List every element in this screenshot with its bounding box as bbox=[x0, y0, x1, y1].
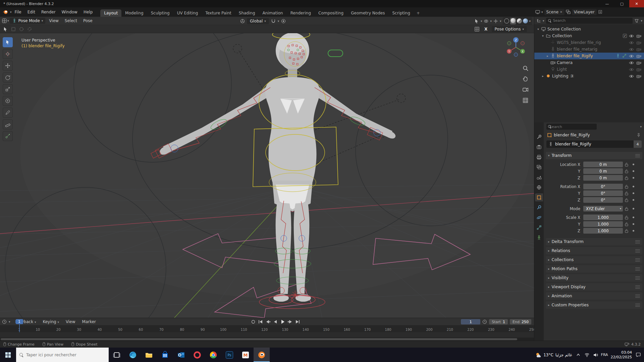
mirror-x-button[interactable]: X bbox=[483, 26, 489, 32]
pin-icon[interactable] bbox=[636, 133, 641, 137]
camera-visibility-icon[interactable] bbox=[636, 47, 642, 52]
properties-search-input[interactable] bbox=[549, 125, 598, 129]
panel-section-visibility[interactable]: ▸Visibility bbox=[546, 274, 642, 282]
animate-dot[interactable] bbox=[633, 177, 634, 179]
eye-icon[interactable] bbox=[629, 40, 635, 45]
workspace-tab-sculpting[interactable]: Sculpting bbox=[147, 9, 173, 17]
outliner-row[interactable]: ▾Scene Collection bbox=[534, 26, 644, 33]
rendered-shading-icon[interactable] bbox=[523, 18, 528, 23]
mode-selector[interactable]: Pose Mode ▾ bbox=[10, 18, 46, 24]
taskbar-app-chrome[interactable] bbox=[205, 348, 221, 362]
measure-tool-button[interactable] bbox=[3, 119, 13, 129]
outliner-search-input[interactable] bbox=[553, 18, 631, 23]
lock-open-icon[interactable] bbox=[625, 185, 630, 189]
lock-open-icon[interactable] bbox=[625, 216, 630, 220]
properties-search[interactable] bbox=[546, 124, 597, 130]
taskbar-app-m-paint[interactable]: M bbox=[237, 348, 254, 362]
animate-dot[interactable] bbox=[633, 199, 634, 201]
animate-dot[interactable] bbox=[633, 208, 634, 209]
snap-chevron-icon[interactable]: ▾ bbox=[278, 19, 279, 23]
workspace-tab-rendering[interactable]: Rendering bbox=[287, 9, 315, 17]
overlays-chevron-icon[interactable]: ▾ bbox=[490, 19, 492, 23]
lock-open-icon[interactable] bbox=[625, 191, 630, 195]
viewlayer-selector[interactable]: ViewLayer bbox=[572, 9, 597, 15]
scene-selector-chevron-icon[interactable]: ▾ bbox=[541, 10, 543, 14]
object-name-field[interactable]: blender file_Rigify 4 bbox=[546, 140, 642, 148]
animate-dot[interactable] bbox=[633, 170, 634, 172]
jump-to-end-icon[interactable] bbox=[294, 319, 301, 324]
lock-open-icon[interactable] bbox=[625, 163, 630, 167]
notification-center-icon[interactable] bbox=[636, 352, 641, 357]
disclosure-right-icon[interactable]: ▸ bbox=[546, 54, 549, 58]
play-reverse-icon[interactable] bbox=[272, 319, 278, 324]
zoom-icon[interactable] bbox=[521, 64, 529, 72]
outliner-row[interactable]: ▸Lighting3 bbox=[534, 73, 644, 79]
viewport-menu-select[interactable]: Select bbox=[62, 17, 80, 24]
lock-open-icon[interactable] bbox=[625, 222, 630, 226]
workspace-tab-scripting[interactable]: Scripting bbox=[388, 9, 414, 17]
pose-options-button[interactable]: Pose Options▾ bbox=[492, 26, 527, 32]
selectability-icon[interactable] bbox=[474, 19, 479, 23]
toggle-ortho-icon[interactable] bbox=[521, 96, 529, 104]
start-frame-field[interactable]: Start1 bbox=[489, 319, 508, 324]
workspace-tab-geometry-nodes[interactable]: Geometry Nodes bbox=[347, 9, 388, 17]
jump-to-start-icon[interactable] bbox=[257, 319, 264, 324]
wireframe-shading-icon[interactable] bbox=[504, 18, 509, 23]
playhead[interactable]: 1 bbox=[16, 319, 23, 324]
orientation-selector[interactable]: Global▾ bbox=[247, 18, 269, 24]
outliner-row[interactable]: WGTS_blender file_rig bbox=[534, 39, 644, 46]
navigation-gizmo[interactable]: Z Y X bbox=[505, 37, 527, 59]
move-tool-button[interactable] bbox=[3, 61, 13, 71]
timeline-editor-chevron-icon[interactable]: ▾ bbox=[9, 320, 10, 323]
users-count-badge[interactable]: 4 bbox=[634, 140, 642, 148]
filter-icon[interactable] bbox=[634, 18, 639, 23]
disclosure-down-icon[interactable]: ▾ bbox=[541, 34, 545, 38]
properties-tab-object-data[interactable] bbox=[535, 234, 543, 242]
add-workspace-button[interactable]: + bbox=[414, 9, 423, 17]
panel-section-animation[interactable]: ▸Animation bbox=[546, 292, 642, 300]
minimize-button[interactable]: — bbox=[600, 0, 614, 7]
workspace-tab-uv-editing[interactable]: UV Editing bbox=[173, 9, 202, 17]
transform-value-field[interactable]: 0° bbox=[583, 184, 623, 189]
camera-visibility-icon[interactable] bbox=[636, 34, 642, 38]
end-frame-field[interactable]: End250 bbox=[510, 319, 531, 324]
timeline-ruler[interactable]: 1102030405060708090100110120130140150160… bbox=[0, 325, 534, 332]
timeline-menu-marker[interactable]: Marker bbox=[79, 318, 99, 325]
properties-tab-constraints[interactable] bbox=[535, 224, 543, 232]
properties-tab-scene[interactable] bbox=[535, 173, 543, 181]
current-frame-field[interactable]: 1 bbox=[461, 319, 480, 324]
pan-hand-icon[interactable] bbox=[521, 75, 529, 83]
eye-icon[interactable] bbox=[629, 74, 635, 78]
scene-selector[interactable]: Scene✕ bbox=[544, 9, 565, 15]
transform-value-field[interactable]: 1.000 bbox=[583, 221, 623, 227]
panel-section-collections[interactable]: ▸Collections bbox=[546, 256, 642, 263]
disclosure-right-icon[interactable]: ▸ bbox=[541, 74, 545, 78]
workspace-tab-modeling[interactable]: Modeling bbox=[121, 9, 147, 17]
transform-value-field[interactable]: 0° bbox=[583, 197, 623, 203]
new-viewlayer-icon[interactable] bbox=[598, 10, 603, 14]
shading-chevron-icon[interactable]: ▾ bbox=[529, 19, 531, 23]
eye-icon[interactable] bbox=[629, 54, 635, 58]
animate-dot[interactable] bbox=[633, 217, 634, 218]
camera-visibility-icon[interactable] bbox=[636, 40, 642, 45]
workspace-tab-animation[interactable]: Animation bbox=[259, 9, 287, 17]
outliner-row[interactable]: Camera bbox=[534, 59, 644, 66]
blender-logo-icon[interactable] bbox=[2, 10, 9, 14]
animate-dot[interactable] bbox=[633, 186, 634, 187]
eye-icon[interactable] bbox=[629, 60, 635, 65]
taskbar-app-opera[interactable] bbox=[189, 348, 205, 362]
transform-value-field[interactable]: 0° bbox=[583, 190, 623, 196]
workspace-tab-layout[interactable]: Layout bbox=[100, 9, 121, 17]
gizmos-chevron-icon[interactable]: ▾ bbox=[500, 19, 501, 23]
weather-widget[interactable]: 13°C غائم جزئيا bbox=[535, 352, 572, 358]
overlays-icon[interactable] bbox=[484, 19, 488, 23]
app-menu-help[interactable]: Help bbox=[80, 9, 96, 15]
clock[interactable]: 03:04 22/02/2025 bbox=[611, 350, 632, 360]
outliner-search[interactable] bbox=[546, 18, 633, 24]
transform-tool-button[interactable] bbox=[3, 96, 13, 106]
camera-visibility-icon[interactable] bbox=[636, 54, 642, 58]
lock-open-icon[interactable] bbox=[625, 207, 630, 211]
editor-type-chevron-icon[interactable]: ▾ bbox=[7, 19, 9, 22]
viewport-menu-view[interactable]: View bbox=[46, 17, 61, 24]
timeline-editor-icon[interactable] bbox=[2, 319, 7, 324]
